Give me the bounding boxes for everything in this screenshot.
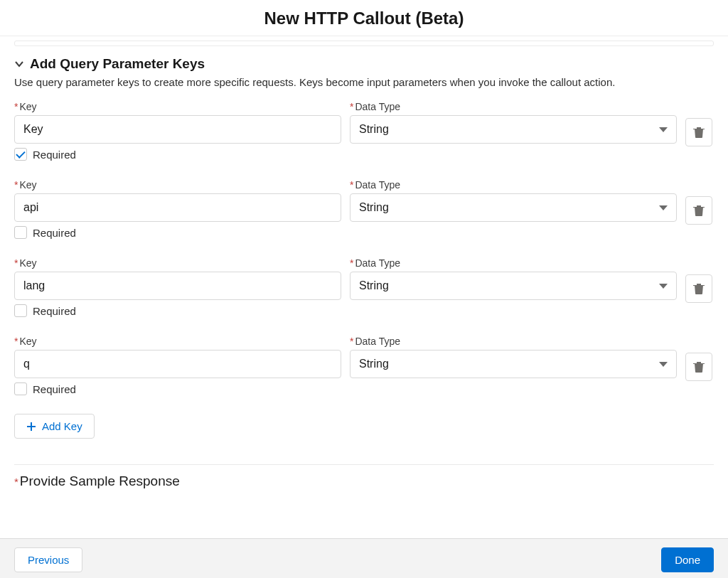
modal-body: Add Query Parameter Keys Use query param… (0, 36, 728, 538)
key-label: *Key (14, 179, 341, 191)
key-input[interactable] (14, 193, 341, 222)
chevron-down-icon (659, 362, 668, 367)
param-row: *Key Required *Data Type String (14, 179, 714, 239)
key-label: *Key (14, 257, 341, 269)
required-label: Required (33, 227, 76, 239)
section-title: Add Query Parameter Keys (30, 56, 205, 72)
key-input[interactable] (14, 115, 341, 144)
section-header[interactable]: Add Query Parameter Keys (14, 56, 714, 72)
section-description: Use query parameter keys to create more … (14, 76, 714, 88)
required-checkbox[interactable] (14, 226, 27, 239)
sample-response-title: Provide Sample Response (20, 473, 180, 488)
required-checkbox[interactable] (14, 382, 27, 395)
plus-icon (26, 422, 36, 432)
data-type-value: String (359, 358, 389, 370)
trash-icon (693, 204, 705, 217)
data-type-value: String (359, 201, 389, 214)
data-type-label: *Data Type (350, 336, 677, 347)
add-key-label: Add Key (42, 420, 82, 432)
key-label: *Key (14, 336, 341, 347)
http-callout-modal: New HTTP Callout (Beta) Add Query Parame… (0, 0, 728, 578)
param-row: *Key Required *Data Type String (14, 336, 714, 395)
data-type-label: *Data Type (350, 179, 677, 191)
data-type-select[interactable]: String (350, 272, 677, 300)
delete-button[interactable] (685, 353, 712, 381)
page-title: New HTTP Callout (Beta) (0, 9, 728, 28)
add-key-button[interactable]: Add Key (14, 414, 95, 439)
delete-button[interactable] (685, 118, 712, 146)
param-row: *Key Required *Data Type String (14, 257, 714, 317)
trash-icon (693, 126, 705, 139)
delete-button[interactable] (685, 274, 712, 303)
chevron-down-icon (659, 127, 668, 132)
trash-icon (693, 360, 705, 373)
sample-response-section: *Provide Sample Response (14, 464, 714, 489)
key-input[interactable] (14, 272, 341, 300)
required-label: Required (33, 305, 76, 317)
required-checkbox[interactable] (14, 304, 27, 317)
param-row: *Key Required *Data Type String (14, 101, 714, 161)
data-type-select[interactable]: String (350, 115, 677, 144)
chevron-down-icon (659, 284, 668, 289)
required-label: Required (33, 149, 76, 161)
chevron-down-icon (14, 59, 24, 69)
modal-footer: Previous Done (0, 538, 728, 578)
chevron-down-icon (659, 205, 668, 210)
key-label: *Key (14, 101, 341, 112)
previous-button[interactable]: Previous (14, 547, 82, 572)
data-type-select[interactable]: String (350, 350, 677, 378)
required-star: * (14, 476, 18, 488)
data-type-value: String (359, 123, 389, 136)
data-type-label: *Data Type (350, 101, 677, 112)
required-checkbox[interactable] (14, 148, 27, 161)
required-label: Required (33, 383, 76, 395)
trash-icon (693, 282, 705, 295)
data-type-select[interactable]: String (350, 193, 677, 222)
previous-section-collapsed[interactable] (14, 41, 714, 46)
data-type-label: *Data Type (350, 257, 677, 269)
delete-button[interactable] (685, 196, 712, 225)
key-input[interactable] (14, 350, 341, 378)
modal-header: New HTTP Callout (Beta) (0, 0, 728, 36)
done-button[interactable]: Done (661, 547, 714, 572)
data-type-value: String (359, 279, 389, 292)
